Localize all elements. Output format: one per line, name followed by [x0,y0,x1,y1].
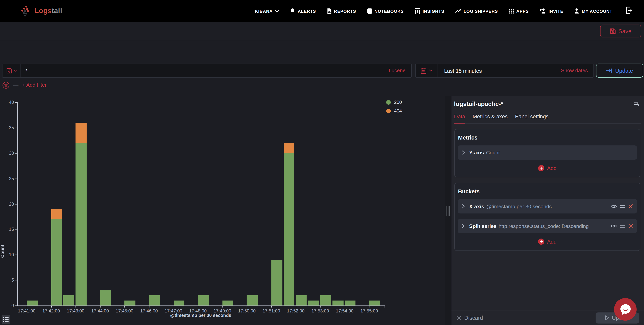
bar-segment-200[interactable] [308,300,319,306]
zigzag-icon [455,9,461,13]
add-filter-button[interactable]: + Add filter [22,82,46,88]
show-dates-button[interactable]: Show dates [561,68,593,74]
bar-segment-200[interactable] [222,300,233,306]
chevron-down-icon [429,70,432,72]
bar-segment-404[interactable] [76,122,86,143]
y-axis-tick [15,128,17,128]
y-axis-tick-label: 20 [2,202,14,206]
logout-button[interactable] [626,6,632,16]
bar-segment-200[interactable] [124,300,135,306]
bar-segment-200[interactable] [332,300,343,306]
delete-bucket-icon[interactable] [628,204,633,208]
nav-item-kibana[interactable]: KIBANA [255,8,279,14]
bar-segment-200[interactable] [271,260,282,306]
y-axis-tick-label: 0 [2,303,14,308]
bar-segment-200[interactable] [100,290,111,306]
x-axis-tick [345,306,345,308]
legend-item-200[interactable]: 200 [386,100,402,105]
bar-segment-404[interactable] [284,143,294,153]
grid-icon [509,8,514,14]
nav-item-alerts[interactable]: ALERTS [290,8,316,14]
legend-dot [386,109,391,113]
chevron-right-icon [462,224,464,228]
bar-segment-200[interactable] [247,295,258,306]
filter-icon[interactable] [2,82,10,88]
legend-dot [386,100,391,104]
bar-segment-200[interactable] [51,219,62,306]
nav-item-invite[interactable]: INVITE [540,8,563,14]
logstail-logo[interactable]: Logstail [20,5,62,17]
save-disk-icon [6,68,12,73]
save-button[interactable]: Save [600,25,641,38]
collapse-panel-button[interactable] [634,100,640,108]
chart-plot-area: 051015202530354017:41:0017:42:0017:43:00… [0,96,445,325]
query-input-group: Lucene [2,64,412,78]
chart-legend: 200404 [386,100,402,113]
notebook-icon [367,8,372,14]
add-bucket-button[interactable]: Add [458,238,637,245]
editor-tabs: Data Metrics & axes Panel settings [454,113,641,124]
chevron-down-icon [13,70,16,72]
plus-circle-icon [538,165,544,171]
nav-item-my-account[interactable]: MY ACCOUNT [574,8,612,14]
plus-circle-icon [538,238,544,245]
bar-segment-200[interactable] [320,295,331,306]
bar-segment-200[interactable] [284,153,294,306]
tab-panel-settings[interactable]: Panel settings [515,113,548,120]
add-metric-button[interactable]: Add [458,165,637,171]
tab-metrics-axes[interactable]: Metrics & axes [473,113,508,120]
bar-segment-200[interactable] [174,300,184,306]
bar-segment-404[interactable] [51,209,62,219]
panel-resizer[interactable] [445,96,452,325]
drag-handle-icon[interactable] [620,205,625,208]
metrics-section: Metrics Y-axis Count Add [454,129,640,177]
person-plus-icon [540,8,546,14]
bar-segment-200[interactable] [149,295,160,306]
nav-item-reports[interactable]: REPORTS [327,8,356,14]
time-range-value[interactable]: Last 15 minutes [438,68,482,74]
query-language-button[interactable]: Lucene [383,64,411,77]
logstail-logo-icon [20,5,32,17]
bar-segment-200[interactable] [76,143,86,305]
x-axis-tick [369,306,370,308]
date-picker-menu-button[interactable] [416,64,438,77]
save-disk-icon [610,28,616,34]
bar-segment-200[interactable] [198,295,209,306]
legend-toggle-button[interactable] [2,315,10,324]
x-axis-tick-label: 17:43:00 [63,308,88,314]
query-update-button[interactable]: Update [596,64,643,78]
nav-item-log-shippers[interactable]: LOG SHIPPERS [455,8,498,14]
delete-bucket-icon[interactable] [628,224,633,228]
drag-handle-icon[interactable] [620,224,625,228]
top-navbar: Logstail KIBANA ALERTS REPORTS NOTEBOOKS [0,0,644,22]
bucket-row-x-axis[interactable]: X-axis @timestamp per 30 seconds [458,199,637,214]
person-icon [574,8,579,14]
x-axis-tick [296,306,296,308]
x-axis-tick-label: 17:45:00 [112,308,137,314]
x-axis-tick-label: 17:47:00 [161,308,186,314]
y-axis-tick [15,280,17,280]
legend-label: 404 [394,108,402,114]
tab-data[interactable]: Data [454,113,465,120]
bucket-row-split-series[interactable]: Split series http.response.status_code: … [458,219,637,233]
x-axis-tick [124,306,125,308]
saved-query-menu-button[interactable] [2,64,21,77]
eye-toggle-icon[interactable] [611,224,617,228]
bar-segment-200[interactable] [26,300,38,306]
nav-item-notebooks[interactable]: NOTEBOOKS [367,8,404,14]
close-icon [456,316,461,320]
bar-segment-200[interactable] [345,300,356,306]
nav-item-apps[interactable]: APPS [509,8,529,14]
metric-row-y-axis[interactable]: Y-axis Count [458,145,637,160]
chat-widget-button[interactable] [614,298,637,321]
bar-segment-200[interactable] [296,295,306,306]
eye-toggle-icon[interactable] [611,204,617,208]
bar-segment-200[interactable] [369,300,380,306]
query-input[interactable] [21,64,383,77]
bar-segment-200[interactable] [63,295,74,306]
y-axis-tick [15,153,17,154]
legend-item-404[interactable]: 404 [386,108,402,114]
y-axis-tick [15,204,17,204]
discard-button[interactable]: Discard [456,315,483,321]
nav-item-insights[interactable]: INSIGHTS [415,8,444,14]
